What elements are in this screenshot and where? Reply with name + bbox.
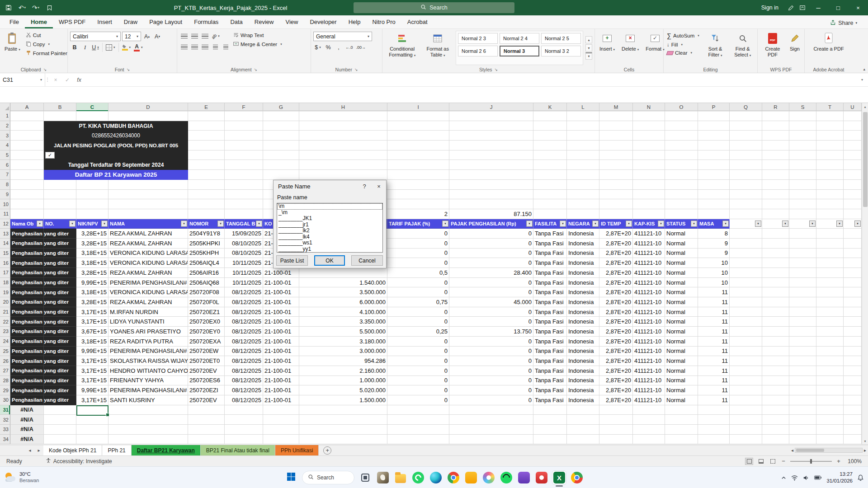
cell-M19[interactable]: 2,87E+20 — [599, 287, 633, 297]
row-header-10[interactable]: 10 — [0, 199, 10, 209]
cell-A5[interactable] — [10, 150, 44, 160]
cell-G29[interactable]: 21-100-01 — [263, 385, 299, 395]
cell-M20[interactable]: 2,87E+20 — [599, 297, 633, 307]
cell-J28[interactable]: 0 — [449, 376, 533, 386]
ribbon-tab-formulas[interactable]: Formulas — [188, 16, 224, 28]
cell-L5[interactable] — [567, 150, 599, 160]
scroll-up-icon[interactable]: ▴ — [864, 103, 866, 110]
cell-H28[interactable]: 1.000.000 — [299, 376, 387, 386]
cell-A21[interactable]: Penghasilan yang diter — [10, 307, 44, 317]
cell-I30[interactable]: 0 — [387, 395, 449, 405]
cell-Q33[interactable] — [730, 425, 762, 435]
cell-Q27[interactable] — [730, 366, 762, 376]
cell-I16[interactable]: 0 — [387, 258, 449, 268]
style-normal-3-2[interactable]: Normal 3 2 — [541, 46, 581, 56]
cell-R2[interactable] — [762, 121, 789, 131]
cell-R5[interactable] — [762, 150, 789, 160]
cell-R12[interactable]: ▾ — [762, 219, 789, 229]
cell-F32[interactable] — [225, 415, 263, 425]
cell-H33[interactable] — [299, 425, 387, 435]
filter-icon-F12[interactable]: ▾ — [256, 221, 262, 227]
cell-Q23[interactable] — [730, 327, 762, 337]
cell-K10[interactable] — [533, 199, 567, 209]
cell-C33[interactable] — [76, 425, 108, 435]
row-header-4[interactable]: 4 — [0, 141, 10, 150]
horizontal-scrollbar[interactable]: ◂ ▸ — [791, 445, 866, 455]
collapse-ribbon-icon[interactable]: ▴ — [863, 67, 865, 71]
cell-I17[interactable]: 0,5 — [387, 268, 449, 278]
cell-D25[interactable]: PENERIMA PENGHASILAN# — [108, 347, 188, 357]
filter-icon-A12[interactable]: ▾ — [37, 221, 43, 227]
zoom-in-button[interactable]: + — [835, 458, 842, 465]
cell-I19[interactable]: 0 — [387, 287, 449, 297]
cell-U7[interactable] — [844, 170, 862, 180]
cell-D17[interactable]: REZA AKMAL ZAHRAN — [108, 268, 188, 278]
cell-Q6[interactable] — [730, 160, 762, 170]
cell-F12[interactable]: TANGGAL B▾ — [225, 219, 263, 229]
cell-R14[interactable] — [762, 239, 789, 249]
cell-L23[interactable]: Indonesia — [567, 327, 599, 337]
cell-F16[interactable]: 10/11/2025 — [225, 258, 263, 268]
cell-N4[interactable] — [633, 141, 665, 150]
cell-J15[interactable]: 0 — [449, 249, 533, 258]
cell-A13[interactable]: Penghasilan yang diter — [10, 229, 44, 239]
cell-F19[interactable]: 08/12/2025 — [225, 287, 263, 297]
cell-T26[interactable] — [816, 356, 844, 366]
cell-D22[interactable]: LIDYA YUNASTANTI — [108, 317, 188, 327]
cell-C25[interactable]: 9,99E+15 — [76, 347, 108, 357]
cell-J9[interactable] — [449, 190, 533, 200]
cell-P10[interactable] — [698, 199, 730, 209]
cell-P14[interactable]: 9 — [698, 239, 730, 249]
cell-E17[interactable]: 2506AIR16 — [188, 268, 225, 278]
cell-O4[interactable] — [665, 141, 698, 150]
style-normal-3[interactable]: Normal 3 — [500, 46, 539, 56]
cell-S4[interactable] — [789, 141, 816, 150]
cell-H20[interactable]: 6.000.000 — [299, 297, 387, 307]
cell-R25[interactable] — [762, 347, 789, 357]
cell-C18[interactable]: 9,99E+15 — [76, 278, 108, 288]
cell-A24[interactable]: Penghasilan yang diter — [10, 337, 44, 347]
cell-F4[interactable] — [225, 141, 263, 150]
cell-F2[interactable] — [225, 121, 263, 131]
cell-N5[interactable] — [633, 150, 665, 160]
sign-button[interactable]: Sign — [788, 31, 802, 65]
cell-Q9[interactable] — [730, 190, 762, 200]
excel-icon[interactable] — [552, 471, 566, 484]
cell-A15[interactable]: Penghasilan yang diter — [10, 249, 44, 258]
cell-C32[interactable] — [76, 415, 108, 425]
cell-Q24[interactable] — [730, 337, 762, 347]
cell-Q15[interactable] — [730, 249, 762, 258]
cell-T22[interactable] — [816, 317, 844, 327]
cell-H26[interactable]: 954.286 — [299, 356, 387, 366]
row-header-13[interactable]: 13 — [0, 229, 10, 239]
row-header-18[interactable]: 18 — [0, 278, 10, 288]
cell-A4[interactable] — [10, 141, 44, 150]
filter-icon-R12[interactable]: ▾ — [782, 221, 788, 227]
cell-T3[interactable] — [816, 131, 844, 141]
filter-icon-D12[interactable]: ▾ — [181, 221, 187, 227]
cell-M2[interactable] — [599, 121, 633, 131]
cell-K5[interactable] — [533, 150, 567, 160]
cell-Q20[interactable] — [730, 297, 762, 307]
cell-T23[interactable] — [816, 327, 844, 337]
increase-font-size-icon[interactable]: A▴ — [142, 32, 151, 41]
cell-C17[interactable]: 3,28E+15 — [76, 268, 108, 278]
cell-R31[interactable] — [762, 405, 789, 415]
cell-C1[interactable] — [76, 111, 108, 121]
column-header-S[interactable]: S — [789, 103, 816, 111]
cell-D29[interactable]: PENERIMA PENGHASILAN# — [108, 385, 188, 395]
cell-L7[interactable] — [567, 170, 599, 180]
cell-O26[interactable]: Normal — [665, 356, 698, 366]
row-header-7[interactable]: 7 — [0, 170, 10, 180]
cell-U25[interactable] — [844, 347, 862, 357]
cell-Q3[interactable] — [730, 131, 762, 141]
cell-C14[interactable]: 3,28E+15 — [76, 239, 108, 249]
decrease-font-size-icon[interactable]: A▾ — [153, 32, 162, 41]
cell-T34[interactable] — [816, 435, 844, 445]
cell-T13[interactable] — [816, 229, 844, 239]
decrease-decimal-icon[interactable]: .00→ — [355, 43, 367, 52]
cell-H22[interactable]: 3.350.000 — [299, 317, 387, 327]
cell-O20[interactable]: Normal — [665, 297, 698, 307]
cell-N13[interactable]: 411121-10 — [633, 229, 665, 239]
cell-O12[interactable]: STATUS▾ — [665, 219, 698, 229]
